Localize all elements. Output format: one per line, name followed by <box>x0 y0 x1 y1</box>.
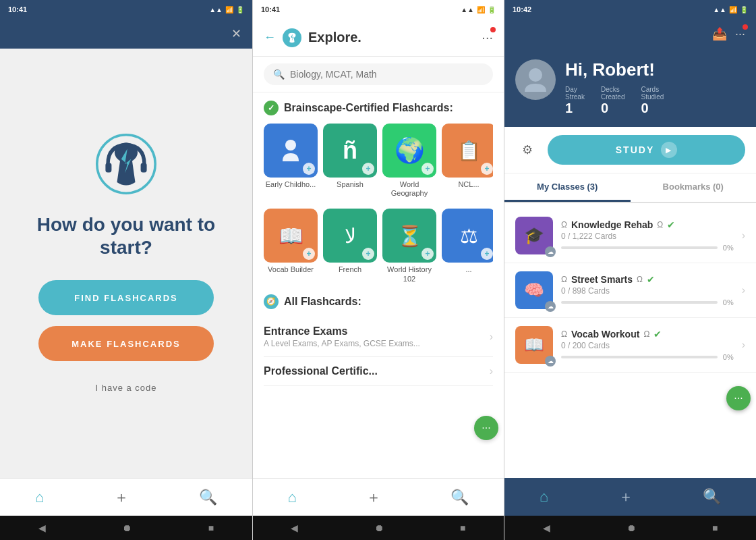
back-button[interactable]: ← <box>264 30 276 45</box>
progress-pct-1: 0% <box>723 244 734 252</box>
signal-icon: 📶 <box>225 6 233 14</box>
android-home-3[interactable]: ⏺ <box>627 522 636 533</box>
card-spanish[interactable]: ñ + Spanish <box>323 124 377 198</box>
search-nav-p3[interactable]: 🔍 <box>703 488 721 506</box>
notification-dot <box>490 27 496 32</box>
android-back-3[interactable]: ◀ <box>543 522 550 533</box>
share-icon[interactable]: 📤 <box>712 26 727 41</box>
class-badge-2: ☁ <box>545 301 556 312</box>
card-plus-7[interactable]: + <box>421 248 434 260</box>
search-nav-icon[interactable]: 🔍 <box>199 489 217 506</box>
status-bar-3: 10:42 ▲▲ 📶 🔋 <box>504 0 756 19</box>
p3-android-nav: ◀ ⏺ ■ <box>504 516 756 540</box>
streak-value: 1 <box>565 101 585 116</box>
class-name-row-3: Ω Vocab Workout Ω ✔ <box>561 329 734 340</box>
omega-left-2: Ω <box>561 275 567 284</box>
card-plus-1[interactable]: + <box>303 163 315 175</box>
card-plus-5[interactable]: + <box>303 248 315 260</box>
list-item-professional[interactable]: Professional Certific... › <box>264 357 493 386</box>
omega-right-3: Ω <box>643 329 649 339</box>
class-thumb-knowledge: 🎓 ☁ <box>515 217 553 254</box>
chevron-1: › <box>742 230 745 242</box>
have-code-link[interactable]: I have a code <box>95 383 156 393</box>
filter-button[interactable]: ⚙ <box>515 138 540 162</box>
home-nav-p3[interactable]: ⌂ <box>540 488 548 506</box>
list-item-entrance-text: Entrance Exams A Level Exams, AP Exams, … <box>264 325 420 348</box>
android-home-2[interactable]: ⏺ <box>374 522 384 533</box>
chevron-entrance: › <box>490 331 493 343</box>
class-thumb-vocab: 📖 ☁ <box>515 326 553 364</box>
status-icons-2: ▲▲ 📶 🔋 <box>461 6 496 14</box>
plus-nav-p2[interactable]: ＋ <box>366 487 381 508</box>
signal-icon-3: 📶 <box>729 6 737 14</box>
brainscape-logo <box>96 134 156 194</box>
check-icon-3: ✔ <box>653 329 662 340</box>
p3-tabs: My Classes (3) Bookmarks (0) <box>504 173 756 203</box>
card-plus-8[interactable]: + <box>481 248 493 260</box>
card-plus-2[interactable]: + <box>362 163 374 175</box>
stat-decks: DecksCreated 0 <box>601 86 625 116</box>
progress-pct-2: 0% <box>723 298 734 306</box>
home-nav-p2[interactable]: ⌂ <box>288 489 297 506</box>
class-name-3: Vocab Workout <box>571 329 639 340</box>
android-back[interactable]: ◀ <box>38 522 46 533</box>
tab-my-classes[interactable]: My Classes (3) <box>504 173 631 202</box>
card-french[interactable]: ﻻ + French <box>323 209 377 283</box>
card-vocab-builder[interactable]: 📖 + Vocab Builder <box>264 209 318 283</box>
class-item-street-smarts[interactable]: 🧠 ☁ Ω Street Smarts Ω ✔ 0 / 898 Cards 0% <box>504 263 756 318</box>
android-square[interactable]: ■ <box>208 522 214 533</box>
svg-rect-1 <box>105 163 111 172</box>
stat-cards: CardsStudied 0 <box>641 86 664 116</box>
card-label-8: ... <box>442 265 493 274</box>
class-item-knowledge-rehab[interactable]: 🎓 ☁ Ω Knowledge Rehab Ω ✔ 0 / 1,222 Card… <box>504 209 756 263</box>
card-plus-6[interactable]: + <box>362 248 374 260</box>
card-label-3: World Geography <box>382 180 436 198</box>
notification-dot-p3 <box>743 24 748 30</box>
android-home[interactable]: ⏺ <box>122 522 132 533</box>
brainscape-small-logo <box>283 28 301 47</box>
explore-fab[interactable]: ··· <box>474 416 498 440</box>
class-cards-3: 0 / 200 Cards <box>561 341 734 350</box>
p2-android-nav: ◀ ⏺ ■ <box>253 516 504 540</box>
card-extra[interactable]: ⚖ + ... <box>442 209 493 283</box>
plus-nav-p3[interactable]: ＋ <box>618 487 633 507</box>
home-nav-icon[interactable]: ⌂ <box>35 489 44 506</box>
p1-android-nav: ◀ ⏺ ■ <box>0 516 252 540</box>
class-name-1: Knowledge Rehab <box>571 219 653 230</box>
card-label-5: Vocab Builder <box>264 265 318 274</box>
status-bar-2: 10:41 ▲▲ 📶 🔋 <box>253 0 504 19</box>
class-info-vocab: Ω Vocab Workout Ω ✔ 0 / 200 Cards 0% <box>561 329 734 361</box>
panel-start: 10:41 ▲▲ 📶 🔋 ✕ How do you want to start? <box>0 0 252 540</box>
list-item-entrance[interactable]: Entrance Exams A Level Exams, AP Exams, … <box>264 317 493 357</box>
make-flashcards-button[interactable]: MAKE FLASHCARDS <box>38 326 214 361</box>
card-label-6: French <box>323 265 377 274</box>
card-plus-3[interactable]: + <box>421 163 434 175</box>
profile-section: Hi, Robert! DayStreak 1 DecksCreated 0 C… <box>504 49 756 127</box>
card-ncl[interactable]: 📋 + NCL... <box>442 124 493 198</box>
more-menu-p3[interactable]: ··· <box>735 27 745 41</box>
search-nav-p2[interactable]: 🔍 <box>450 489 469 506</box>
search-input[interactable] <box>290 69 484 80</box>
more-menu-button[interactable]: ··· <box>482 30 493 45</box>
card-early-childhood[interactable]: + Early Childho... <box>264 124 318 198</box>
find-flashcards-button[interactable]: FIND FLASHCARDS <box>38 280 214 315</box>
all-title: All Flashcards: <box>284 296 361 308</box>
android-square-3[interactable]: ■ <box>712 522 718 533</box>
card-plus-4[interactable]: + <box>481 163 493 175</box>
stats-row: DayStreak 1 DecksCreated 0 CardsStudied … <box>565 86 745 116</box>
android-back-2[interactable]: ◀ <box>291 522 298 533</box>
card-img-6: ﻻ + <box>323 209 377 263</box>
progress-row-3: 0% <box>561 353 734 361</box>
close-button[interactable]: ✕ <box>231 26 241 41</box>
progress-row-2: 0% <box>561 298 734 306</box>
plus-nav-icon[interactable]: ＋ <box>114 487 129 508</box>
dashboard-fab[interactable]: ··· <box>726 386 751 410</box>
tab-bookmarks[interactable]: Bookmarks (0) <box>631 173 757 202</box>
card-world-history[interactable]: ⏳ + World History 102 <box>382 209 436 283</box>
card-img-3: 🌍 + <box>382 124 436 178</box>
class-item-vocab-workout[interactable]: 📖 ☁ Ω Vocab Workout Ω ✔ 0 / 200 Cards 0% <box>504 318 756 373</box>
class-info-street: Ω Street Smarts Ω ✔ 0 / 898 Cards 0% <box>561 274 734 306</box>
android-square-2[interactable]: ■ <box>460 522 465 533</box>
study-button[interactable]: STUDY ▶ <box>548 135 745 165</box>
card-world-geo[interactable]: 🌍 + World Geography <box>382 124 436 198</box>
